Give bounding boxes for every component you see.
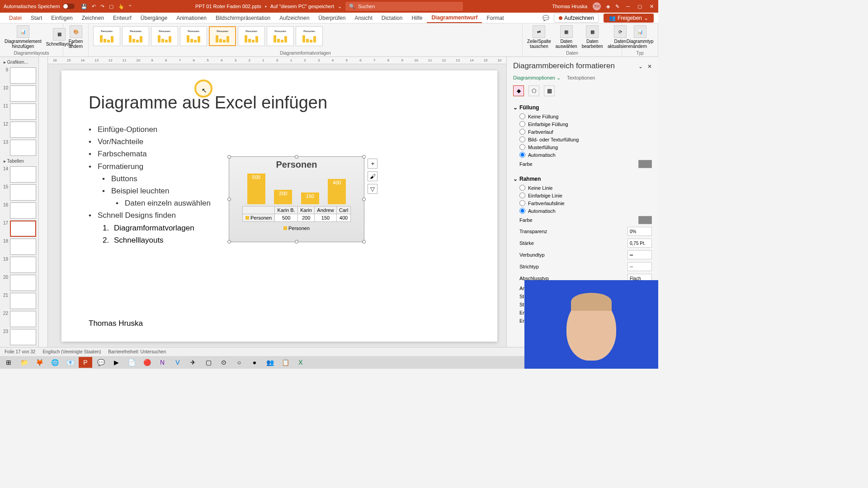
chart-style-thumb[interactable]: Personen [267,26,294,46]
slide-thumbnail[interactable]: 18 [2,239,37,255]
chrome-icon[interactable]: 🌐 [48,357,61,368]
chart-bars[interactable]: 500200150400 [229,173,364,204]
resize-handle[interactable] [362,240,366,244]
gradient-fill-radio[interactable]: Farbverlauf [513,128,652,136]
chevron-down-icon[interactable]: ⌄ [638,63,643,70]
select-data-button[interactable]: ▦Daten auswählen [554,24,579,50]
slide-counter[interactable]: Folie 17 von 32 [5,349,35,354]
resize-handle[interactable] [362,197,366,201]
vscode-icon[interactable]: V [171,357,184,368]
solid-fill-radio[interactable]: Einfarbige Füllung [513,120,652,128]
chart-bar[interactable]: 500 [247,174,265,204]
tab-bildschirmpräsentation[interactable]: Bildschirmpräsentation [211,13,275,23]
chart-style-thumb[interactable]: Personen [93,26,120,46]
chart-data-table[interactable]: Karin B.KarinAndrewCarlPersonen500200150… [242,206,351,222]
outlook-icon[interactable]: 📧 [63,357,77,368]
chart-legend[interactable]: Personen [229,224,364,233]
onenote-icon[interactable]: N [156,357,169,368]
picture-fill-radio[interactable]: Bild- oder Texturfüllung [513,136,652,143]
chart-style-thumb[interactable]: Personen [209,26,236,46]
user-name[interactable]: Thomas Hruska [552,4,587,9]
dash-type-dropdown[interactable]: ─ [627,262,652,271]
app-icon[interactable]: 📄 [125,357,138,368]
slide-thumbnail[interactable]: 20 [2,275,37,291]
slide-thumbnail[interactable]: 9 [2,67,37,84]
slide-title[interactable]: Diagramme aus Excel einfügen [89,93,470,113]
change-chart-type-button[interactable]: 📊Diagrammtyp ändern [625,24,655,50]
firefox-icon[interactable]: 🦊 [33,357,46,368]
section-header[interactable]: ▸ Grafiken... [2,59,37,66]
tab-datei[interactable]: Datei [5,13,26,23]
tab-aufzeichnen[interactable]: Aufzeichnen [275,13,314,23]
file-explorer-icon[interactable]: 📁 [17,357,31,368]
width-input[interactable]: 0,75 Pt. [627,239,652,248]
solid-line-radio[interactable]: Einfarbige Linie [513,192,652,199]
tab-überprüfen[interactable]: Überprüfen [314,13,350,23]
vlc-icon[interactable]: ▶ [109,357,123,368]
compound-type-dropdown[interactable]: ═ [627,250,652,259]
resize-handle[interactable] [227,197,231,201]
minimize-button[interactable]: ─ [625,3,631,9]
redo-icon[interactable]: ↷ [100,4,104,9]
slide-thumbnail[interactable]: 22 [2,311,37,327]
tab-ansicht[interactable]: Ansicht [350,13,377,23]
toggle-switch[interactable] [63,4,75,9]
slide-thumbnail[interactable]: 14 [2,166,37,183]
add-chart-element-button[interactable]: 📊Diagrammelement hinzufügen [3,24,43,50]
pen-icon[interactable]: ✎ [615,4,619,9]
fill-color-picker[interactable] [638,160,652,168]
tab-hilfe[interactable]: Hilfe [407,13,427,23]
section-header[interactable]: ▸ Tabellen [2,158,37,164]
resize-handle[interactable] [227,155,231,159]
size-properties-icon[interactable]: ▦ [544,85,555,96]
tab-diagrammentwurf[interactable]: Diagrammentwurf [427,13,482,23]
chart-style-thumb[interactable]: Personen [296,26,323,46]
powerpoint-icon[interactable]: P [79,357,92,368]
user-avatar[interactable]: TH [593,2,601,10]
edit-data-button[interactable]: ▦Daten bearbeiten [580,24,605,50]
gradient-line-radio[interactable]: Farbverlaufslinie [513,199,652,207]
chart-bar[interactable]: 150 [301,192,319,204]
search-input[interactable]: 🔍 Suchen [345,2,463,11]
undo-icon[interactable]: ↶ [92,4,96,9]
border-section-header[interactable]: ⌄ Rahmen [513,174,652,184]
chart-filters-button[interactable]: ▽ [368,184,377,194]
pattern-fill-radio[interactable]: Musterfüllung [513,143,652,151]
app-icon[interactable]: 🔴 [140,357,154,368]
tab-animationen[interactable]: Animationen [172,13,211,23]
autosave-toggle[interactable]: Automatisches Speichern [4,4,75,9]
diamond-icon[interactable]: ◈ [606,4,610,9]
tab-einfügen[interactable]: Einfügen [47,13,77,23]
chart-bar[interactable]: 400 [328,179,346,204]
slide-editor[interactable]: 1615141312111098765432101234567891011121… [39,57,506,351]
resize-handle[interactable] [295,240,298,244]
tab-dictation[interactable]: Dictation [377,13,407,23]
chart-title[interactable]: Personen [229,157,364,173]
save-icon[interactable]: 💾 [81,4,87,9]
change-colors-button[interactable]: 🎨Farben ändern [66,24,85,50]
tab-entwurf[interactable]: Entwurf [108,13,136,23]
app-icon[interactable]: ⊙ [217,357,231,368]
auto-line-radio[interactable]: Automatisch [513,207,652,215]
tab-format[interactable]: Format [482,13,508,23]
no-fill-radio[interactable]: Keine Füllung [513,113,652,120]
record-button[interactable]: Aufzeichnen [554,14,599,23]
resize-handle[interactable] [295,155,298,159]
accessibility-checker[interactable]: Barrierefreiheit: Untersuchen [108,349,166,354]
auto-fill-radio[interactable]: Automatisch [513,151,652,159]
chart-style-thumb[interactable]: Personen [122,26,149,46]
share-button[interactable]: 👥Freigeben⌄ [604,14,654,23]
text-options-tab[interactable]: Textoptionen [567,75,595,81]
slide-thumbnail[interactable]: 16 [2,202,37,219]
slide-thumbnail[interactable]: 17 [2,221,37,237]
slide-thumbnail[interactable]: 11 [2,103,37,120]
excel-icon[interactable]: X [294,357,307,368]
slide-thumbnail[interactable]: 15 [2,184,37,201]
slide-thumbnail[interactable]: 10 [2,85,37,102]
no-line-radio[interactable]: Keine Linie [513,184,652,192]
border-color-picker[interactable] [638,216,652,224]
maximize-button[interactable]: ▢ [637,3,643,9]
chart-style-thumb[interactable]: Personen [180,26,207,46]
slide-canvas[interactable]: Diagramme aus Excel einfügen Einfüge-Opt… [61,70,497,342]
slide-thumbnail[interactable]: 23 [2,329,37,345]
